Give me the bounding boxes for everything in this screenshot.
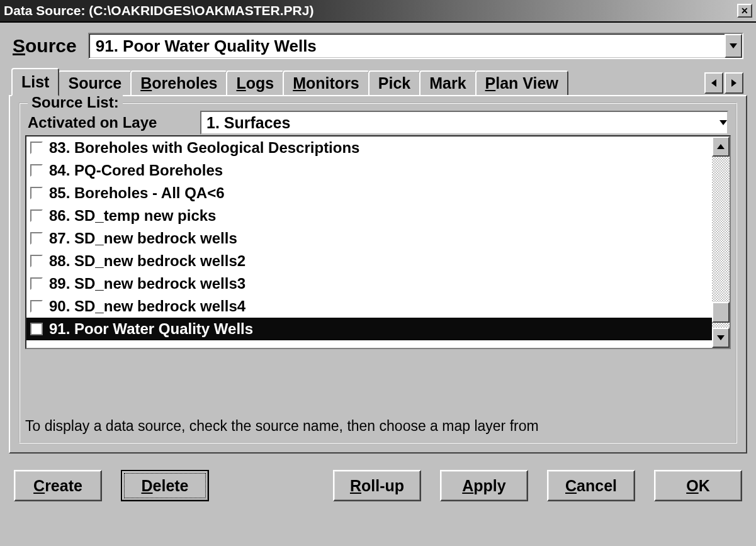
list-item-label: 88. SD_new bedrock wells2: [49, 252, 245, 270]
tab-page-list: Source List: Activated on Laye 1. Surfac…: [9, 95, 747, 454]
list-item-checkbox[interactable]: [30, 187, 43, 199]
list-item-checkbox[interactable]: [30, 277, 43, 290]
scroll-track[interactable]: [712, 157, 730, 328]
list-item[interactable]: 85. Boreholes - All QA<6: [26, 182, 712, 204]
list-item[interactable]: 83. Boreholes with Geological Descriptio…: [26, 136, 712, 159]
accel: D: [141, 477, 152, 494]
close-button[interactable]: ✕: [737, 4, 752, 18]
data-source-window: Data Source: (C:\OAKRIDGES\OAKMASTER.PRJ…: [0, 0, 756, 546]
tab-scroll-left[interactable]: [704, 72, 723, 94]
list-item-label: 89. SD_new bedrock wells3: [49, 275, 245, 292]
rollup-button[interactable]: Roll-up: [333, 470, 421, 501]
list-item-label: 85. Boreholes - All QA<6: [49, 184, 225, 202]
tab-list[interactable]: List: [11, 68, 59, 96]
layer-combo-value: 1. Surfaces: [201, 114, 719, 132]
ok-button[interactable]: OK: [654, 470, 742, 501]
list-item-checkbox[interactable]: [30, 164, 43, 177]
apply-button[interactable]: Apply: [440, 470, 528, 501]
source-combo[interactable]: 91. Poor Water Quality Wells: [88, 33, 743, 59]
tab-strip: ListSourceBoreholesLogsMonitorsPickMarkP…: [11, 68, 747, 95]
source-combo-value: 91. Poor Water Quality Wells: [89, 36, 725, 56]
accel: A: [462, 477, 473, 494]
source-list-group: Source List: Activated on Laye 1. Surfac…: [19, 103, 737, 443]
layer-label: Activated on Laye: [28, 114, 198, 131]
cancel-button[interactable]: Cancel: [547, 470, 635, 501]
tab-logs[interactable]: Logs: [226, 70, 284, 95]
delete-button[interactable]: Delete: [121, 470, 209, 501]
list-item-label: 83. Boreholes with Geological Descriptio…: [49, 139, 359, 157]
accel: O: [686, 477, 698, 494]
tab-plan-view[interactable]: Plan View: [475, 70, 568, 95]
list-item[interactable]: 86. SD_temp new picks: [26, 204, 712, 227]
source-combo-drop-button[interactable]: [725, 34, 742, 58]
tab-scroll-right[interactable]: [725, 72, 743, 94]
list-item-label: 91. Poor Water Quality Wells: [49, 320, 253, 338]
list-item-checkbox[interactable]: [30, 232, 43, 245]
list-item-checkbox[interactable]: [30, 323, 43, 335]
list-item-checkbox[interactable]: [30, 209, 43, 222]
window-title: Data Source: (C:\OAKRIDGES\OAKMASTER.PRJ…: [4, 3, 737, 18]
layer-combo-drop-button[interactable]: [719, 120, 727, 125]
list-items-container: 83. Boreholes with Geological Descriptio…: [26, 136, 712, 348]
list-item[interactable]: 90. SD_new bedrock wells4: [26, 295, 712, 318]
source-label: Source: [13, 35, 77, 57]
arrow-right-icon: [731, 79, 736, 87]
create-button[interactable]: Create: [14, 470, 102, 501]
list-item[interactable]: 89. SD_new bedrock wells3: [26, 272, 712, 295]
list-item-checkbox[interactable]: [30, 142, 43, 154]
accel: R: [350, 477, 361, 494]
arrow-left-icon: [711, 79, 716, 87]
source-row: Source 91. Poor Water Quality Wells: [13, 33, 743, 59]
list-scrollbar[interactable]: [712, 136, 730, 348]
scroll-thumb[interactable]: [712, 302, 730, 323]
arrow-down-icon: [717, 335, 725, 340]
tab-mark[interactable]: Mark: [419, 70, 476, 95]
list-item-label: 87. SD_new bedrock wells: [49, 230, 237, 247]
client-area: Source 91. Poor Water Quality Wells List…: [0, 23, 756, 546]
list-item[interactable]: 84. PQ-Cored Boreholes: [26, 159, 712, 182]
tab-monitors[interactable]: Monitors: [283, 70, 370, 95]
list-item[interactable]: 88. SD_new bedrock wells2: [26, 250, 712, 272]
chevron-down-icon: [719, 120, 727, 125]
source-listbox[interactable]: 83. Boreholes with Geological Descriptio…: [25, 135, 731, 349]
chevron-down-icon: [730, 43, 737, 48]
arrow-up-icon: [717, 144, 725, 149]
tab-source[interactable]: Source: [58, 70, 132, 95]
layer-combo[interactable]: 1. Surfaces: [200, 111, 728, 135]
tab-boreholes[interactable]: Boreholes: [130, 70, 227, 95]
close-icon: ✕: [741, 6, 748, 16]
accel: C: [33, 477, 45, 494]
accel: C: [565, 477, 577, 494]
list-item[interactable]: 91. Poor Water Quality Wells: [26, 318, 712, 340]
layer-row: Activated on Laye 1. Surfaces: [28, 110, 728, 135]
tab-scroll-nav: [704, 72, 743, 95]
list-item-checkbox[interactable]: [30, 300, 43, 313]
list-item-label: 84. PQ-Cored Boreholes: [49, 162, 223, 179]
scroll-up-button[interactable]: [712, 136, 730, 157]
hint-text: To display a data source, check the sour…: [25, 418, 731, 435]
tab-pick[interactable]: Pick: [368, 70, 420, 95]
list-item-label: 86. SD_temp new picks: [49, 207, 216, 225]
button-row: Create Delete Roll-up Apply Cancel OK: [9, 470, 747, 501]
group-legend: Source List:: [28, 94, 123, 111]
list-item[interactable]: 87. SD_new bedrock wells: [26, 227, 712, 250]
title-bar: Data Source: (C:\OAKRIDGES\OAKMASTER.PRJ…: [0, 0, 756, 23]
list-item-checkbox[interactable]: [30, 255, 43, 267]
scroll-down-button[interactable]: [712, 328, 730, 348]
list-item-label: 90. SD_new bedrock wells4: [49, 298, 245, 315]
